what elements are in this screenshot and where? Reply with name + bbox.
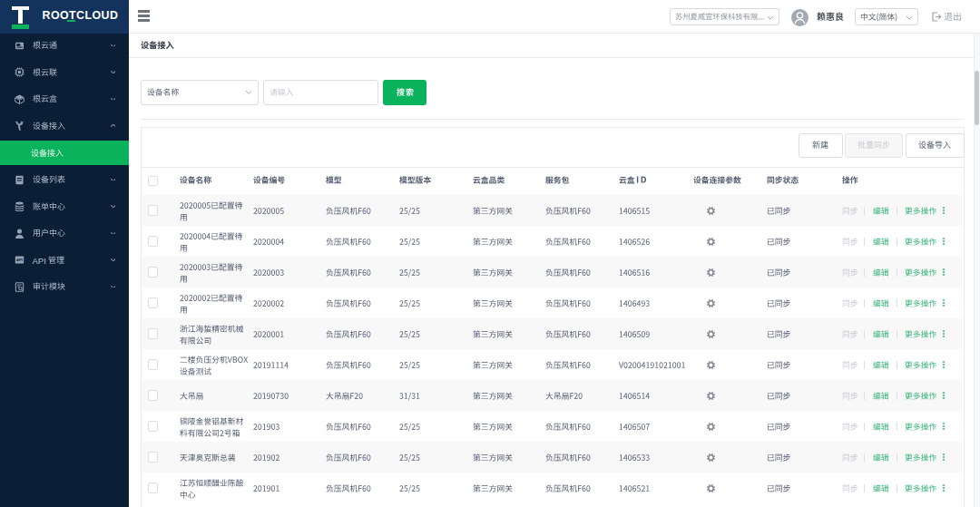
svg-text:API: API (16, 258, 23, 262)
